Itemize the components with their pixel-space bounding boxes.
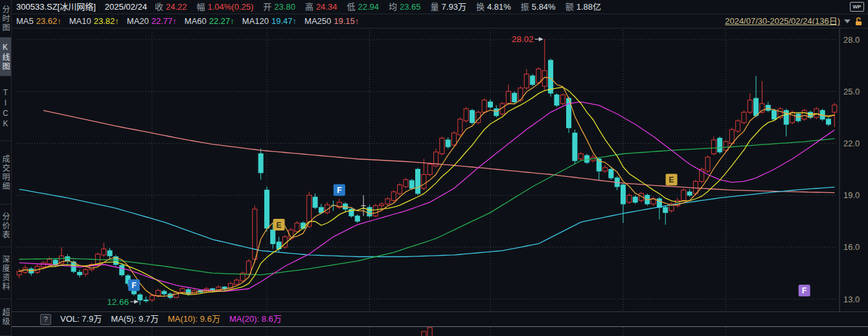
svg-text:E: E <box>277 221 282 230</box>
grid-lines <box>16 30 838 311</box>
volume-bar <box>428 328 432 336</box>
ma-line-ma60 <box>19 139 835 274</box>
svg-text:25.0: 25.0 <box>843 87 860 96</box>
ma-label-4: MA120 <box>242 16 269 26</box>
quote-value-3: 24.34 <box>316 2 337 12</box>
quote-value-9: 1.88亿 <box>577 2 601 12</box>
ma-line-ma20 <box>19 102 835 291</box>
quote-value-0: 24.22 <box>166 2 187 12</box>
quote-value-5: 23.65 <box>400 2 421 12</box>
ma-label-3: MA60 <box>185 16 207 26</box>
help-icon[interactable]: ? <box>40 314 51 325</box>
volume-header: ?VOL: 7.9万MA(5): 9.7万MA(10): 9.6万MA(20):… <box>12 311 868 327</box>
ma-value-0: 23.62↑ <box>36 16 62 26</box>
unlock-icon[interactable] <box>854 17 863 26</box>
candles <box>17 39 837 306</box>
chevron-down-icon[interactable] <box>844 19 851 23</box>
svg-text:F: F <box>337 186 341 195</box>
ma-header: MA523.62↑MA1023.82↑MA2022.77↑MA6022.27↑M… <box>12 14 868 28</box>
svg-text:28.02: 28.02 <box>512 34 534 44</box>
svg-text:E: E <box>669 175 674 185</box>
date-range[interactable]: 2024/07/30-2025/02/24(136日) <box>725 14 840 28</box>
vol-ma10: MA(10): 9.6万 <box>168 314 220 324</box>
vol-ma20: MA(20): 8.6万 <box>229 314 282 324</box>
quote-value-6: 7.93万 <box>442 2 466 12</box>
quote-label-6: 量 <box>431 2 439 12</box>
ma-label-0: MA5 <box>16 16 34 26</box>
candlestick-chart[interactable]: 28.025.022.019.016.013.0FEFEF28.0212.66 <box>0 28 868 311</box>
quote-value-1: 1.04%(0.25) <box>207 2 253 12</box>
quote-label-9: 额 <box>565 2 574 12</box>
quote-value-2: 23.80 <box>274 2 295 12</box>
ma-value-1: 23.82↑ <box>94 16 119 26</box>
ma-value-3: 22.27↑ <box>209 16 234 26</box>
annotation-28.02: 28.02 <box>512 34 543 44</box>
volume-bar <box>422 331 426 336</box>
ma-label-1: MA10 <box>69 16 91 26</box>
svg-text:19.0: 19.0 <box>843 190 860 200</box>
quote-header: 300533.SZ[冰川网络]2025/02/24收24.22幅1.04%(0.… <box>12 0 868 14</box>
quote-label-2: 开 <box>263 2 271 12</box>
svg-text:13.0: 13.0 <box>843 295 860 304</box>
ma-value-5: 19.15↑ <box>334 16 359 26</box>
ma-value-4: 19.47↑ <box>271 16 297 26</box>
quote-value-7: 4.81% <box>487 2 511 12</box>
annotation-12.66: 12.66 <box>107 297 139 307</box>
quote-date: 2025/02/24 <box>105 2 147 12</box>
ma-value-2: 22.77↑ <box>152 16 177 26</box>
vol-ma5: MA(5): 9.7万 <box>111 314 159 324</box>
wp-monitor-icon[interactable]: WP <box>850 2 864 12</box>
quote-label-1: 幅 <box>196 2 205 12</box>
quote-label-7: 换 <box>476 2 485 12</box>
svg-text:12.66: 12.66 <box>107 297 129 307</box>
ma-label-2: MA20 <box>127 16 149 26</box>
quote-value-8: 5.84% <box>532 2 556 12</box>
svg-text:F: F <box>131 281 136 290</box>
quote-label-3: 高 <box>305 2 314 12</box>
svg-text:28.0: 28.0 <box>843 35 860 45</box>
date-range-control: 2024/07/30-2025/02/24(136日) <box>725 14 863 28</box>
svg-text:16.0: 16.0 <box>843 242 860 252</box>
ma-line-ma120 <box>19 187 835 256</box>
stock-symbol[interactable]: 300533.SZ[冰川网络] <box>16 2 96 12</box>
svg-text:F: F <box>802 286 806 295</box>
quote-label-5: 均 <box>389 2 397 12</box>
quote-label-8: 振 <box>521 2 529 12</box>
ma-label-5: MA250 <box>304 16 331 26</box>
price-axis-labels: 28.025.022.019.016.013.0 <box>843 35 860 304</box>
volume-pane[interactable] <box>0 327 868 336</box>
quote-label-0: 收 <box>155 2 163 12</box>
stock-chart-window: 分时图K线图TICK成交明细分价表深度资料超级 300533.SZ[冰川网络]2… <box>0 0 868 336</box>
quote-value-4: 22.94 <box>358 2 379 12</box>
svg-text:22.0: 22.0 <box>843 139 860 148</box>
vol-value: VOL: 7.9万 <box>60 314 102 324</box>
quote-label-4: 低 <box>347 2 355 12</box>
signal-markers: FEFEF <box>128 174 810 297</box>
